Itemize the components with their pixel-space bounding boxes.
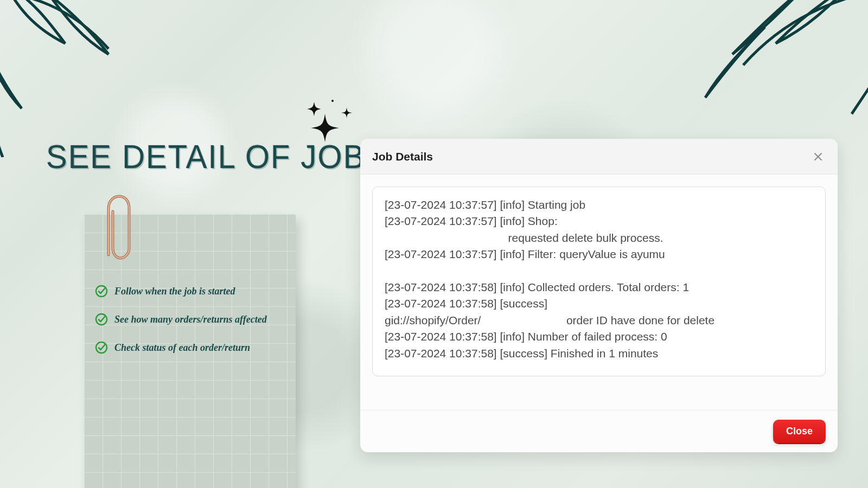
- log-line: [23-07-2024 10:37:57] [info] Filter: que…: [385, 246, 813, 262]
- paperclip-icon: [98, 190, 136, 266]
- job-details-modal: Job Details [23-07-2024 10:37:57] [info]…: [360, 139, 838, 452]
- log-line: gid://shopify/Order/ order ID have done …: [385, 312, 813, 329]
- check-circle-icon: [95, 313, 108, 326]
- check-circle-icon: [95, 285, 108, 298]
- modal-title: Job Details: [372, 150, 433, 163]
- leaf-decoration-top-right: [700, 0, 868, 157]
- log-line: [23-07-2024 10:37:58] [info] Number of f…: [385, 329, 813, 345]
- svg-point-2: [96, 314, 107, 325]
- svg-point-3: [96, 342, 107, 353]
- checklist-item-label: Follow when the job is started: [114, 286, 235, 297]
- log-line: [23-07-2024 10:37:58] [info] Collected o…: [385, 279, 813, 296]
- modal-footer: Close: [360, 410, 838, 452]
- svg-point-0: [331, 100, 334, 102]
- log-line: [23-07-2024 10:37:57] [info] Starting jo…: [385, 197, 813, 213]
- checklist-item-label: Check status of each order/return: [114, 342, 250, 354]
- job-log: [23-07-2024 10:37:57] [info] Starting jo…: [372, 187, 826, 376]
- checklist-item: Follow when the job is started: [95, 285, 290, 298]
- log-line: [23-07-2024 10:37:57] [info] Shop:: [385, 213, 813, 229]
- modal-header: Job Details: [360, 139, 838, 175]
- svg-point-1: [96, 286, 107, 297]
- log-line: [23-07-2024 10:37:58] [success]: [385, 296, 813, 312]
- check-circle-icon: [95, 341, 108, 354]
- checklist: Follow when the job is started See how m…: [95, 285, 290, 354]
- checklist-item: Check status of each order/return: [95, 341, 290, 354]
- log-blank-line: [385, 263, 813, 279]
- leaf-decoration-top-left: [0, 0, 157, 157]
- close-button[interactable]: Close: [773, 420, 826, 443]
- checklist-item: See how many orders/returns affected: [95, 313, 290, 326]
- modal-body: [23-07-2024 10:37:57] [info] Starting jo…: [360, 175, 838, 410]
- log-line: [23-07-2024 10:37:58] [success] Finished…: [385, 345, 813, 362]
- close-icon[interactable]: [810, 149, 826, 164]
- checklist-item-label: See how many orders/returns affected: [114, 314, 267, 325]
- log-line: requested delete bulk process.: [385, 230, 813, 246]
- page-headline: SEE DETAIL OF JOB: [46, 137, 365, 175]
